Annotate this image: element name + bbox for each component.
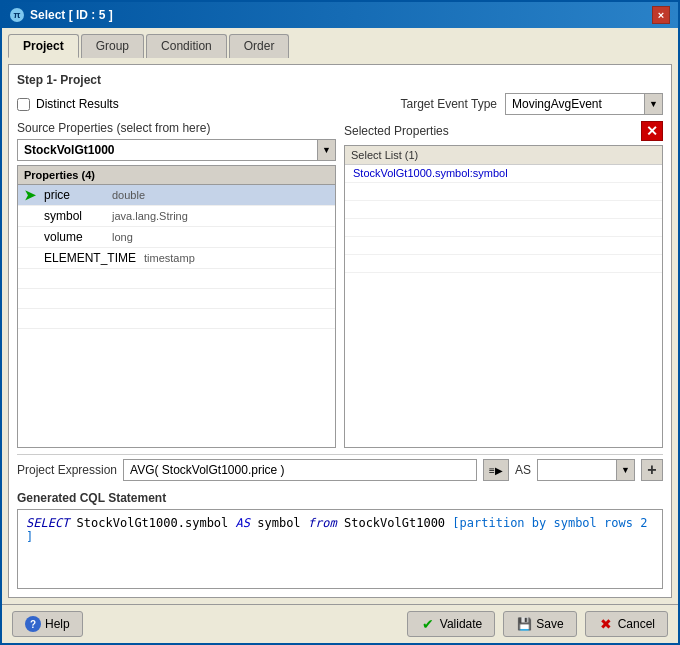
right-column: Selected Properties ✕ Select List (1) St… xyxy=(344,121,663,448)
prop-type-symbol: java.lang.String xyxy=(112,210,188,222)
select-list-item-0[interactable]: StockVolGt1000.symbol:symbol xyxy=(345,165,662,183)
cql-box: SELECT StockVolGt1000.symbol AS symbol f… xyxy=(17,509,663,589)
expression-input[interactable] xyxy=(123,459,477,481)
cql-alias-name: symbol xyxy=(257,516,308,530)
validate-icon: ✔ xyxy=(420,616,436,632)
project-expression-label: Project Expression xyxy=(17,463,117,477)
as-input-row: ▼ xyxy=(537,459,635,481)
select-list-header: Select List (1) xyxy=(345,146,662,165)
distinct-left: Distinct Results xyxy=(17,97,119,111)
cancel-button[interactable]: ✖ Cancel xyxy=(585,611,668,637)
main-panel: Step 1- Project Distinct Results Target … xyxy=(8,64,672,598)
save-icon: 💾 xyxy=(516,616,532,632)
footer-left: ? Help xyxy=(12,611,83,637)
function-button[interactable]: ≡▶ xyxy=(483,459,509,481)
target-event-select[interactable]: MovingAvgEvent ▼ xyxy=(505,93,663,115)
prop-row-price[interactable]: ➤ price double xyxy=(18,185,335,206)
validate-label: Validate xyxy=(440,617,482,631)
source-select-row: StockVolGt1000 ▼ xyxy=(17,139,336,161)
cql-column: StockVolGt1000.symbol xyxy=(77,516,236,530)
select-list-item-empty-1 xyxy=(345,183,662,201)
cql-section: Generated CQL Statement SELECT StockVolG… xyxy=(17,491,663,589)
tab-condition[interactable]: Condition xyxy=(146,34,227,58)
cancel-label: Cancel xyxy=(618,617,655,631)
validate-button[interactable]: ✔ Validate xyxy=(407,611,495,637)
selected-list: Select List (1) StockVolGt1000.symbol:sy… xyxy=(344,145,663,448)
prop-name-element-time: ELEMENT_TIME xyxy=(44,251,136,265)
window-content: Project Group Condition Order Step 1- Pr… xyxy=(2,28,678,604)
main-window: π Select [ ID : 5 ] × Project Group Cond… xyxy=(0,0,680,645)
window-icon: π xyxy=(10,8,24,22)
expression-row: Project Expression ≡▶ AS ▼ + xyxy=(17,454,663,485)
target-event-row: Target Event Type MovingAvgEvent ▼ xyxy=(400,93,663,115)
distinct-label: Distinct Results xyxy=(36,97,119,111)
prop-name-price: price xyxy=(44,188,104,202)
add-expression-button[interactable]: + xyxy=(641,459,663,481)
cql-select-kw: SELECT xyxy=(26,516,69,530)
cql-source: StockVolGt1000 xyxy=(344,516,452,530)
prop-row-volume[interactable]: ➤ volume long xyxy=(18,227,335,248)
cql-as-kw: AS xyxy=(236,516,250,530)
title-bar: π Select [ ID : 5 ] × xyxy=(2,2,678,28)
help-label: Help xyxy=(45,617,70,631)
prop-row-empty-3 xyxy=(18,309,335,329)
prop-type-volume: long xyxy=(112,231,133,243)
prop-rows-container: ➤ price double ➤ symbol java.lang.String… xyxy=(18,185,335,447)
remove-button[interactable]: ✕ xyxy=(641,121,663,141)
footer: ? Help ✔ Validate 💾 Save ✖ Cancel xyxy=(2,604,678,643)
as-input[interactable] xyxy=(537,459,617,481)
prop-arrow-price: ➤ xyxy=(24,187,36,203)
cql-label: Generated CQL Statement xyxy=(17,491,663,505)
as-label: AS xyxy=(515,463,531,477)
select-list-item-empty-3 xyxy=(345,219,662,237)
selected-properties-label: Selected Properties xyxy=(344,124,449,138)
step-header: Step 1- Project xyxy=(17,73,663,87)
prop-type-element-time: timestamp xyxy=(144,252,195,264)
target-event-dropdown-arrow[interactable]: ▼ xyxy=(645,93,663,115)
prop-row-empty-1 xyxy=(18,269,335,289)
distinct-checkbox[interactable] xyxy=(17,98,30,111)
help-icon: ? xyxy=(25,616,41,632)
properties-header: Properties (4) xyxy=(18,166,335,185)
tab-project[interactable]: Project xyxy=(8,34,79,58)
select-list-item-empty-5 xyxy=(345,255,662,273)
cql-text: SELECT StockVolGt1000.symbol AS symbol f… xyxy=(26,516,647,544)
source-properties-label: Source Properties (select from here) xyxy=(17,121,336,135)
remove-icon: ✕ xyxy=(646,123,658,139)
distinct-target-row: Distinct Results Target Event Type Movin… xyxy=(17,93,663,115)
select-list-item-empty-4 xyxy=(345,237,662,255)
tab-bar: Project Group Condition Order xyxy=(8,34,672,58)
help-q-icon: ? xyxy=(25,616,41,632)
help-button[interactable]: ? Help xyxy=(12,611,83,637)
two-column-area: Source Properties (select from here) Sto… xyxy=(17,121,663,448)
source-select-arrow[interactable]: ▼ xyxy=(318,139,336,161)
as-dropdown-arrow[interactable]: ▼ xyxy=(617,459,635,481)
prop-name-volume: volume xyxy=(44,230,104,244)
prop-row-element-time[interactable]: ➤ ELEMENT_TIME timestamp xyxy=(18,248,335,269)
source-select-value[interactable]: StockVolGt1000 xyxy=(17,139,318,161)
target-event-label: Target Event Type xyxy=(400,97,497,111)
prop-row-empty-2 xyxy=(18,289,335,309)
select-list-item-empty-2 xyxy=(345,201,662,219)
properties-table: Properties (4) ➤ price double ➤ symbol j… xyxy=(17,165,336,448)
function-icon: ≡▶ xyxy=(489,465,503,476)
prop-row-symbol[interactable]: ➤ symbol java.lang.String xyxy=(18,206,335,227)
selected-props-header: Selected Properties ✕ xyxy=(344,121,663,141)
window-title: Select [ ID : 5 ] xyxy=(30,8,113,22)
tab-order[interactable]: Order xyxy=(229,34,290,58)
cancel-icon: ✖ xyxy=(598,616,614,632)
save-button[interactable]: 💾 Save xyxy=(503,611,576,637)
prop-type-price: double xyxy=(112,189,145,201)
target-event-value: MovingAvgEvent xyxy=(505,93,645,115)
prop-name-symbol: symbol xyxy=(44,209,104,223)
cql-from-kw: from xyxy=(308,516,337,530)
save-label: Save xyxy=(536,617,563,631)
title-bar-text: π Select [ ID : 5 ] xyxy=(10,8,113,22)
tab-group[interactable]: Group xyxy=(81,34,144,58)
left-column: Source Properties (select from here) Sto… xyxy=(17,121,336,448)
close-button[interactable]: × xyxy=(652,6,670,24)
